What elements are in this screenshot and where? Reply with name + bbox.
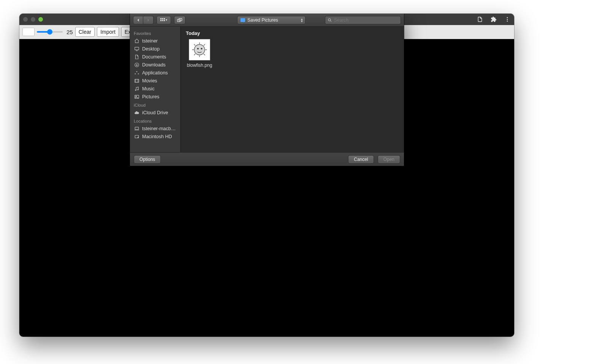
folder-icon — [241, 18, 245, 22]
svg-rect-3 — [160, 18, 162, 19]
traffic-zoom[interactable] — [38, 17, 43, 22]
movies-icon — [134, 78, 139, 84]
kebab-menu-icon[interactable] — [504, 16, 510, 22]
sidebar-item-disk[interactable]: Macintosh HD — [130, 132, 180, 140]
music-icon — [134, 86, 139, 91]
svg-line-29 — [204, 54, 205, 55]
traffic-close[interactable] — [23, 17, 28, 22]
cloud-icon — [134, 110, 139, 115]
svg-point-1 — [507, 19, 508, 20]
file-item[interactable]: blowfish.png — [186, 39, 213, 68]
search-input[interactable] — [334, 17, 398, 23]
svg-rect-20 — [135, 127, 138, 129]
svg-point-0 — [507, 17, 508, 18]
sidebar-item-downloads[interactable]: Downloads — [130, 61, 180, 69]
file-name: blowfish.png — [186, 63, 213, 68]
brush-size-value: 25 — [66, 29, 73, 35]
dialog-toolbar: ▾ Saved Pictures ▴▾ — [130, 14, 404, 27]
svg-rect-8 — [164, 20, 165, 21]
sidebar-item-music[interactable]: Music — [130, 85, 180, 93]
svg-line-27 — [204, 44, 205, 46]
svg-point-11 — [328, 19, 331, 21]
svg-rect-13 — [135, 47, 139, 50]
svg-point-2 — [507, 20, 508, 22]
sidebar-item-desktop[interactable]: Desktop — [130, 45, 180, 53]
svg-rect-15 — [135, 79, 139, 82]
search-field[interactable] — [325, 16, 401, 24]
clear-button[interactable]: Clear — [75, 27, 95, 37]
laptop-icon — [134, 126, 139, 131]
group-header: Today — [186, 30, 399, 36]
file-open-dialog: ▾ Saved Pictures ▴▾ Favorites — [130, 14, 404, 166]
svg-rect-5 — [164, 18, 165, 19]
sidebar-item-applications[interactable]: Applications — [130, 69, 180, 77]
document-icon — [134, 54, 139, 60]
apps-icon — [134, 70, 139, 76]
svg-rect-7 — [162, 20, 163, 21]
home-icon — [134, 38, 139, 44]
svg-line-12 — [331, 20, 332, 22]
svg-point-25 — [201, 48, 202, 49]
file-thumbnail — [189, 39, 210, 60]
svg-point-19 — [136, 96, 136, 96]
open-button[interactable]: Open — [378, 155, 400, 164]
svg-point-22 — [138, 137, 138, 137]
dialog-sidebar[interactable]: Favorites tsteiner Desktop Documents Dow… — [130, 27, 180, 152]
sidebar-item-laptop[interactable]: tsteiner-macb… — [130, 124, 180, 132]
sidebar-item-documents[interactable]: Documents — [130, 53, 180, 61]
nav-back-button[interactable] — [133, 16, 143, 24]
cancel-button[interactable]: Cancel — [348, 155, 374, 164]
color-swatch[interactable] — [22, 28, 35, 36]
app-window: Fugu Greetings 25 Clear Import Export — [19, 14, 514, 337]
brush-size-slider[interactable] — [37, 31, 63, 33]
svg-line-33 — [194, 44, 195, 46]
extension-icon[interactable] — [491, 16, 497, 22]
sidebar-item-pictures[interactable]: Pictures — [130, 93, 180, 101]
sidebar-header: Locations — [130, 117, 180, 124]
sidebar-header: Favorites — [130, 29, 180, 37]
sidebar-item-movies[interactable]: Movies — [130, 77, 180, 85]
svg-rect-4 — [162, 18, 163, 19]
pictures-icon — [134, 94, 139, 99]
disk-icon — [134, 134, 139, 139]
options-button[interactable]: Options — [134, 155, 161, 164]
desktop-icon — [134, 46, 139, 52]
path-label: Saved Pictures — [247, 17, 278, 23]
file-icon[interactable] — [477, 16, 483, 22]
group-by-button[interactable] — [174, 16, 185, 24]
svg-point-23 — [194, 44, 205, 55]
svg-point-17 — [137, 89, 138, 90]
import-button[interactable]: Import — [97, 27, 119, 37]
file-list[interactable]: Today — [180, 27, 404, 152]
search-icon — [328, 18, 332, 22]
path-selector[interactable]: Saved Pictures ▴▾ — [237, 16, 306, 24]
nav-forward-button[interactable] — [143, 16, 154, 24]
svg-rect-6 — [160, 20, 162, 21]
svg-line-31 — [194, 54, 195, 55]
svg-point-24 — [197, 48, 199, 49]
sidebar-item-home[interactable]: tsteiner — [130, 37, 180, 45]
download-icon — [134, 62, 139, 68]
traffic-minimize[interactable] — [31, 17, 35, 22]
sidebar-item-icloud[interactable]: iCloud Drive — [130, 109, 180, 117]
dialog-footer: Options Cancel Open — [130, 152, 404, 166]
sidebar-header: iCloud — [130, 101, 180, 109]
svg-point-16 — [135, 90, 136, 90]
view-mode-button[interactable]: ▾ — [157, 16, 171, 24]
